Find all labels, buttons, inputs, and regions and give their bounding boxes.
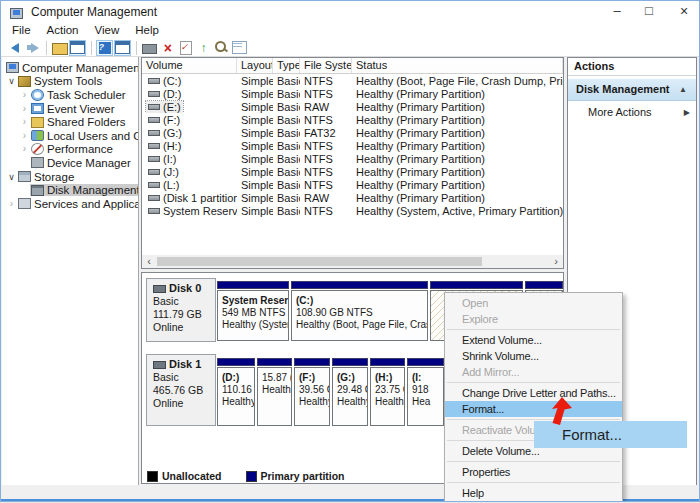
- collapse-icon[interactable]: ▲: [679, 79, 687, 100]
- disk1-label[interactable]: Disk 1 Basic 465.76 GB Online: [146, 354, 216, 426]
- context-menu-item[interactable]: Explore: [445, 311, 622, 327]
- toolbar-button[interactable]: [213, 40, 230, 56]
- toolbar-icon: [52, 43, 68, 55]
- toolbar-button[interactable]: [159, 40, 176, 56]
- toolbar-button[interactable]: [69, 40, 86, 56]
- table-row[interactable]: (D:) Simple Basic NTFS Healthy (Primary …: [142, 87, 563, 100]
- chevron-icon[interactable]: ∨: [6, 172, 17, 182]
- context-menu-item[interactable]: Format...: [445, 401, 622, 417]
- context-menu-item[interactable]: Add Mirror...: [445, 364, 622, 380]
- tree-item[interactable]: ∨ System Tools: [2, 75, 138, 89]
- table-row[interactable]: (J:) Simple Basic NTFS Healthy (Primary …: [142, 165, 563, 178]
- context-menu-item[interactable]: Shrink Volume...: [445, 348, 622, 364]
- volume-layout: Simple: [237, 127, 273, 139]
- partition[interactable]: 15.87 ( Health: [257, 358, 292, 426]
- chevron-icon[interactable]: ›: [19, 104, 30, 114]
- context-menu-item[interactable]: Change Drive Letter and Paths...: [445, 385, 622, 401]
- tree-item[interactable]: › Shared Folders: [2, 115, 138, 129]
- scrollbar-thumb[interactable]: [157, 257, 482, 266]
- toolbar-icon: [115, 41, 130, 54]
- tree-item[interactable]: › Services and Applications: [2, 197, 138, 211]
- partition[interactable]: (I: 918 Hea: [407, 358, 444, 426]
- table-row[interactable]: (G:) Simple Basic FAT32 Healthy (Primary…: [142, 126, 563, 139]
- chevron-icon[interactable]: ›: [19, 131, 30, 141]
- tree-item[interactable]: › Event Viewer: [2, 102, 138, 116]
- column-header[interactable]: Volume: [142, 58, 237, 73]
- partition[interactable]: (G:) 29.48 G Healthy: [332, 358, 368, 426]
- partition[interactable]: (H:) 23.75 G Healthy: [370, 358, 405, 426]
- actions-group-disk-management[interactable]: Disk Management ▲: [568, 78, 696, 101]
- context-menu: Open Explore Extend Volume... Shrink Vol…: [444, 292, 623, 502]
- partition-label: System Reserve: [222, 295, 288, 307]
- column-header[interactable]: File System: [300, 58, 352, 73]
- column-header[interactable]: Status: [352, 58, 563, 73]
- chevron-icon[interactable]: ›: [19, 90, 30, 100]
- table-row[interactable]: (F:) Simple Basic NTFS Healthy (Primary …: [142, 113, 563, 126]
- chevron-icon[interactable]: ›: [19, 117, 30, 127]
- context-menu-item[interactable]: Properties: [445, 464, 622, 480]
- tree-item[interactable]: Computer Management (Local: [2, 61, 138, 75]
- tree-item[interactable]: Disk Management: [2, 183, 138, 197]
- table-row[interactable]: (C:) Simple Basic NTFS Healthy (Boot, Pa…: [142, 74, 563, 87]
- toolbar-icon: [163, 40, 171, 56]
- partition[interactable]: (F:) 39.56 G Healthy: [294, 358, 330, 426]
- table-row[interactable]: System Reserved (K:) Simple Basic NTFS H…: [142, 204, 563, 217]
- tree-item[interactable]: ∨ Storage: [2, 170, 138, 184]
- column-header[interactable]: Type: [273, 58, 300, 73]
- tree-item[interactable]: › Task Scheduler: [2, 88, 138, 102]
- toolbar-button[interactable]: [231, 40, 248, 56]
- partition[interactable]: System Reserve 549 MB NTFS Healthy (Syst…: [217, 281, 289, 341]
- tree-item-label: Local Users and Groups: [47, 130, 139, 142]
- table-row[interactable]: (L:) Simple Basic NTFS Healthy (Primary …: [142, 178, 563, 191]
- tree-item[interactable]: › Local Users and Groups: [2, 129, 138, 143]
- volume-filesystem: NTFS: [300, 88, 352, 100]
- column-header[interactable]: Layout: [237, 58, 273, 73]
- chevron-icon[interactable]: ›: [19, 144, 30, 154]
- tree-item[interactable]: Device Manager: [2, 156, 138, 170]
- partition-header-bar: [430, 281, 523, 289]
- context-menu-item[interactable]: Open: [445, 295, 622, 311]
- volume-name: (I:): [163, 153, 176, 165]
- volume-name: (E:): [163, 101, 181, 113]
- toolbar-button[interactable]: [24, 40, 41, 56]
- table-row[interactable]: (E:) Simple Basic RAW Healthy (Primary P…: [142, 100, 563, 113]
- volume-name: (D:): [163, 88, 181, 100]
- menu-item[interactable]: View: [87, 23, 128, 39]
- toolbar-button[interactable]: [195, 40, 212, 56]
- volume-icon: [148, 117, 160, 123]
- table-row[interactable]: (H:) Simple Basic NTFS Healthy (Primary …: [142, 139, 563, 152]
- toolbar-button[interactable]: [96, 40, 113, 56]
- toolbar-button[interactable]: [141, 40, 158, 56]
- chevron-icon[interactable]: ›: [6, 199, 17, 209]
- tree-item[interactable]: › Performance: [2, 143, 138, 157]
- close-button[interactable]: ×: [669, 1, 699, 23]
- partition[interactable]: (D:) 110.16 G Healthy: [217, 358, 255, 426]
- chevron-icon[interactable]: ∨: [6, 76, 17, 86]
- toolbar-button[interactable]: [114, 40, 131, 56]
- volume-status: Healthy (Primary Partition): [352, 166, 563, 178]
- volume-layout: Simple: [237, 153, 273, 165]
- partition-status: Healthy: [337, 396, 367, 408]
- minimize-button[interactable]: –: [602, 1, 632, 23]
- partition-label: (F:): [299, 372, 329, 384]
- horizontal-scrollbar[interactable]: ‹ ›: [142, 255, 563, 268]
- context-menu-item[interactable]: Extend Volume...: [445, 332, 622, 348]
- menu-item[interactable]: File: [4, 23, 39, 39]
- toolbar-separator: [46, 41, 47, 55]
- toolbar-button[interactable]: [177, 40, 194, 56]
- toolbar-button[interactable]: [51, 40, 68, 56]
- volume-table-body: (C:) Simple Basic NTFS Healthy (Boot, Pa…: [142, 74, 563, 217]
- partition[interactable]: (C:) 108.90 GB NTFS Healthy (Boot, Page …: [291, 281, 428, 341]
- scroll-left-icon[interactable]: ‹: [142, 255, 156, 268]
- maximize-button[interactable]: □: [634, 1, 664, 23]
- context-menu-item[interactable]: Help: [445, 485, 622, 501]
- scroll-right-icon[interactable]: ›: [549, 255, 563, 268]
- table-row[interactable]: (I:) Simple Basic NTFS Healthy (Primary …: [142, 152, 563, 165]
- disk0-label[interactable]: Disk 0 Basic 111.79 GB Online: [146, 278, 216, 342]
- toolbar-button[interactable]: [6, 40, 23, 56]
- menu-item[interactable]: Help: [127, 23, 167, 39]
- partition-header-bar: [257, 358, 292, 366]
- more-actions[interactable]: More Actions ▶: [568, 104, 696, 121]
- menu-item[interactable]: Action: [39, 23, 87, 39]
- table-row[interactable]: (Disk 1 partition 2) Simple Basic RAW He…: [142, 191, 563, 204]
